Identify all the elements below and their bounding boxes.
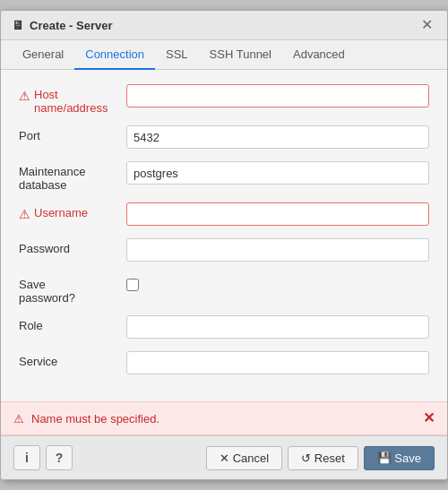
host-control [126,84,429,107]
close-button[interactable]: ✕ [418,18,436,32]
maint-db-label: Maintenancedatabase [19,161,126,192]
role-input[interactable] [126,315,429,339]
maint-db-control [126,161,429,185]
footer-right: ✕ Cancel ↺ Reset 💾 Save [206,446,435,470]
footer-left: i ? [13,445,73,470]
service-label: Service [19,351,126,368]
password-control [126,238,429,262]
info-button[interactable]: i [13,445,40,470]
role-row: Role [19,315,429,340]
port-control [126,125,429,149]
tab-ssl[interactable]: SSL [155,40,199,70]
role-label: Role [19,315,126,332]
password-input[interactable] [126,238,429,262]
username-label: ⚠ Username [19,202,126,221]
save-password-control [126,274,429,294]
service-input[interactable] [126,351,429,374]
create-server-dialog: 🖥 Create - Server ✕ General Connection S… [0,10,448,480]
dialog-title: 🖥 Create - Server [12,18,113,32]
username-control [126,202,429,226]
port-input[interactable] [126,125,429,149]
role-control [126,315,429,339]
save-password-row: Savepassword? [19,274,429,305]
error-warning-icon: ⚠ [13,412,24,426]
save-password-checkbox[interactable] [126,279,139,291]
maint-db-input[interactable] [126,161,429,185]
password-label: Password [19,238,126,255]
error-banner: ⚠ Name must be specified. ✕ [1,401,447,435]
reset-button[interactable]: ↺ Reset [288,446,358,470]
host-input[interactable] [126,84,429,107]
error-close-button[interactable]: ✕ [423,411,435,426]
warning-icon: ⚠ [19,89,30,103]
save-button[interactable]: 💾 Save [364,446,435,470]
dialog-footer: i ? ✕ Cancel ↺ Reset 💾 Save [1,435,447,479]
dialog-titlebar: 🖥 Create - Server ✕ [1,11,447,40]
username-input[interactable] [126,202,429,226]
cancel-button[interactable]: ✕ Cancel [206,446,282,470]
port-label: Port [19,125,126,142]
tab-bar: General Connection SSL SSH Tunnel Advanc… [1,40,447,70]
tab-connection[interactable]: Connection [74,40,155,70]
tab-ssh-tunnel[interactable]: SSH Tunnel [199,40,282,70]
host-label: ⚠ Hostname/address [19,84,126,115]
server-icon: 🖥 [12,18,24,32]
maint-db-row: Maintenancedatabase [19,161,429,192]
service-row: Service [19,351,429,376]
username-row: ⚠ Username [19,202,429,228]
host-row: ⚠ Hostname/address [19,84,429,115]
dialog-title-text: Create - Server [30,19,113,32]
port-row: Port [19,125,429,150]
error-banner-content: ⚠ Name must be specified. [13,412,159,426]
help-button[interactable]: ? [46,445,73,470]
save-password-label: Savepassword? [19,274,126,305]
tab-advanced[interactable]: Advanced [282,40,356,70]
warning-icon-2: ⚠ [19,207,30,221]
form-body: ⚠ Hostname/address Port Maintenancedatab… [1,70,447,401]
error-message: Name must be specified. [31,412,159,426]
password-row: Password [19,238,429,263]
service-control [126,351,429,374]
tab-general[interactable]: General [12,40,74,70]
